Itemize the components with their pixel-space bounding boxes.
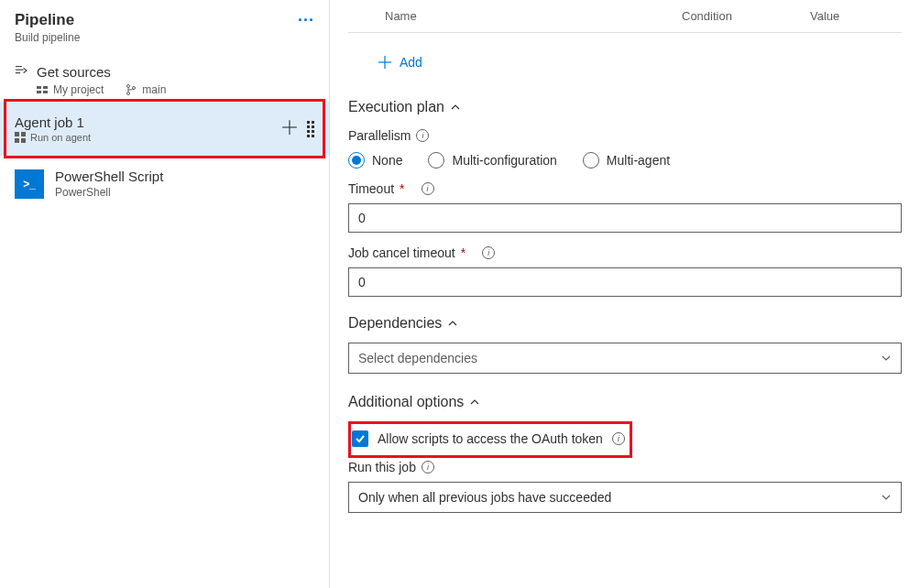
parallelism-label: Parallelism xyxy=(348,128,411,143)
radio-none[interactable]: None xyxy=(348,152,402,169)
job-cancel-timeout-input[interactable] xyxy=(348,267,902,297)
svg-rect-3 xyxy=(37,86,41,89)
agent-icon xyxy=(15,132,26,143)
variable-column-headers: Name Condition Value xyxy=(348,0,902,33)
radio-multi-configuration[interactable]: Multi-configuration xyxy=(428,152,556,169)
chevron-up-icon xyxy=(450,102,461,113)
svg-rect-6 xyxy=(43,91,48,93)
additional-options-header[interactable]: Additional options xyxy=(348,394,902,410)
chevron-up-icon xyxy=(469,397,480,408)
svg-rect-12 xyxy=(15,138,19,143)
col-value: Value xyxy=(810,9,902,23)
svg-rect-4 xyxy=(43,86,48,89)
get-sources-row[interactable]: Get sources My project main xyxy=(0,55,329,102)
info-icon[interactable]: i xyxy=(612,432,625,445)
dependencies-header[interactable]: Dependencies xyxy=(348,315,902,332)
timeout-label: Timeout xyxy=(348,181,394,196)
svg-point-7 xyxy=(127,85,130,88)
add-label: Add xyxy=(400,55,422,70)
info-icon[interactable]: i xyxy=(422,461,434,474)
agent-job-row[interactable]: Agent job 1 Run on agent xyxy=(0,102,329,156)
info-icon[interactable]: i xyxy=(482,246,495,259)
agent-job-subtitle: Run on agent xyxy=(30,132,91,143)
get-sources-label: Get sources xyxy=(37,64,111,80)
svg-point-8 xyxy=(127,93,130,95)
powershell-task-title: PowerShell Script xyxy=(55,169,163,184)
chevron-up-icon xyxy=(447,318,458,329)
pipeline-subtitle: Build pipeline xyxy=(15,31,80,44)
more-actions-icon[interactable]: ··· xyxy=(298,11,314,30)
checkbox-checked-icon[interactable] xyxy=(352,430,368,447)
dependencies-select[interactable]: Select dependencies xyxy=(348,343,902,374)
radio-multi-agent[interactable]: Multi-agent xyxy=(583,152,670,169)
details-panel: Name Condition Value Add Execution plan … xyxy=(330,0,920,588)
chevron-down-icon xyxy=(881,353,892,364)
info-icon[interactable]: i xyxy=(416,129,429,142)
pipeline-tree-panel: Pipeline Build pipeline ··· Get sources … xyxy=(0,0,330,588)
powershell-task-subtitle: PowerShell xyxy=(55,186,163,199)
svg-rect-11 xyxy=(21,132,26,136)
drag-handle-icon[interactable] xyxy=(307,121,314,137)
branch-icon xyxy=(126,84,137,95)
powershell-icon: >_ xyxy=(15,169,44,199)
pipeline-header-row: Pipeline Build pipeline ··· xyxy=(0,0,329,55)
svg-point-9 xyxy=(133,87,136,90)
add-variable-button[interactable]: Add xyxy=(348,33,902,92)
pipeline-title: Pipeline xyxy=(15,11,80,29)
agent-job-title: Agent job 1 xyxy=(15,114,91,130)
col-name: Name xyxy=(385,9,682,23)
project-name: My project xyxy=(53,83,104,96)
info-icon[interactable]: i xyxy=(422,182,434,195)
project-icon xyxy=(37,84,48,95)
run-condition-select[interactable]: Only when all previous jobs have succeed… xyxy=(348,482,902,513)
col-condition: Condition xyxy=(682,9,810,23)
add-task-icon[interactable] xyxy=(281,119,298,138)
oauth-token-checkbox-row[interactable]: Allow scripts to access the OAuth token … xyxy=(348,423,902,454)
job-cancel-timeout-label: Job cancel timeout xyxy=(348,245,455,260)
sources-icon xyxy=(15,64,27,80)
execution-plan-header[interactable]: Execution plan xyxy=(348,99,902,115)
timeout-input[interactable] xyxy=(348,203,902,233)
svg-rect-5 xyxy=(37,91,41,93)
powershell-task-row[interactable]: >_ PowerShell Script PowerShell xyxy=(0,156,329,212)
oauth-token-label: Allow scripts to access the OAuth token xyxy=(378,431,603,446)
run-this-job-label: Run this job xyxy=(348,460,416,474)
parallelism-radio-group: None Multi-configuration Multi-agent xyxy=(348,152,902,169)
svg-rect-13 xyxy=(21,138,26,143)
chevron-down-icon xyxy=(881,492,892,503)
branch-name: main xyxy=(142,83,166,96)
svg-rect-10 xyxy=(15,132,19,136)
